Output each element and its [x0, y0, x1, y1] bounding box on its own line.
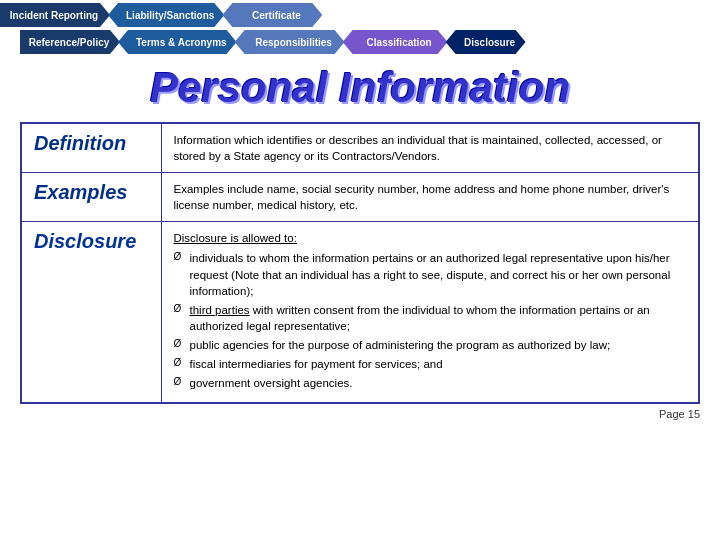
definition-content: Information which identifies or describe…: [161, 123, 699, 173]
nav-row-1: Incident Reporting Liability/Sanctions C…: [0, 3, 720, 29]
list-item: Ø government oversight agencies.: [174, 375, 687, 391]
list-item: Ø individuals to whom the information pe…: [174, 250, 687, 298]
list-item: Ø public agencies for the purpose of adm…: [174, 337, 687, 353]
tab-responsibilities[interactable]: Responsibilities: [235, 30, 345, 54]
nav-row-2: Reference/Policy Terms & Acronyms Respon…: [20, 30, 720, 56]
examples-row: Examples Examples include name, social s…: [21, 173, 699, 222]
tab-reference-policy[interactable]: Reference/Policy: [20, 30, 120, 54]
disclosure-intro: Disclosure is allowed to:: [174, 232, 297, 244]
tab-incident-reporting[interactable]: Incident Reporting: [0, 3, 110, 27]
definition-label: Definition: [21, 123, 161, 173]
disclosure-label: Disclosure: [21, 222, 161, 403]
page-title: Personal Information: [0, 56, 720, 122]
list-item: Ø third parties with written consent fro…: [174, 302, 687, 334]
tab-terms-acronyms[interactable]: Terms & Acronyms: [118, 30, 237, 54]
disclosure-row: Disclosure Disclosure is allowed to: Ø i…: [21, 222, 699, 403]
list-item: Ø fiscal intermediaries for payment for …: [174, 356, 687, 372]
examples-content: Examples include name, social security n…: [161, 173, 699, 222]
page-number: Page 15: [0, 404, 720, 424]
definition-row: Definition Information which identifies …: [21, 123, 699, 173]
tab-certificate[interactable]: Certificate: [222, 3, 322, 27]
app-container: Incident Reporting Liability/Sanctions C…: [0, 0, 720, 424]
tab-liability-sanctions[interactable]: Liability/Sanctions: [108, 3, 224, 27]
tab-classification[interactable]: Classification: [343, 30, 448, 54]
examples-label: Examples: [21, 173, 161, 222]
nav-wrapper: Incident Reporting Liability/Sanctions C…: [0, 0, 720, 56]
tab-disclosure[interactable]: Disclosure: [446, 30, 526, 54]
disclosure-content: Disclosure is allowed to: Ø individuals …: [161, 222, 699, 403]
content-table: Definition Information which identifies …: [20, 122, 700, 404]
disclosure-list: Ø individuals to whom the information pe…: [174, 250, 687, 391]
